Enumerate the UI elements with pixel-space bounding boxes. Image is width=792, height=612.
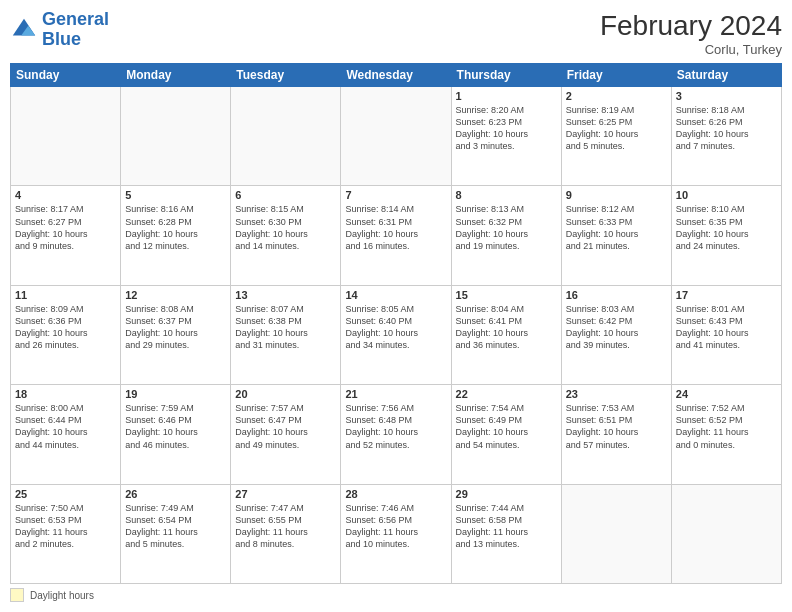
day-number: 28 — [345, 488, 446, 500]
day-info: Sunrise: 8:20 AM Sunset: 6:23 PM Dayligh… — [456, 104, 557, 153]
day-number: 20 — [235, 388, 336, 400]
calendar-body: 1Sunrise: 8:20 AM Sunset: 6:23 PM Daylig… — [11, 87, 782, 584]
day-info: Sunrise: 8:14 AM Sunset: 6:31 PM Dayligh… — [345, 203, 446, 252]
calendar-day-header: Sunday — [11, 64, 121, 87]
calendar-day-header: Tuesday — [231, 64, 341, 87]
logo-text: General Blue — [42, 10, 109, 50]
day-info: Sunrise: 7:50 AM Sunset: 6:53 PM Dayligh… — [15, 502, 116, 551]
day-info: Sunrise: 8:05 AM Sunset: 6:40 PM Dayligh… — [345, 303, 446, 352]
day-number: 22 — [456, 388, 557, 400]
day-number: 25 — [15, 488, 116, 500]
day-number: 27 — [235, 488, 336, 500]
calendar-cell: 6Sunrise: 8:15 AM Sunset: 6:30 PM Daylig… — [231, 186, 341, 285]
calendar-cell — [231, 87, 341, 186]
calendar-cell: 12Sunrise: 8:08 AM Sunset: 6:37 PM Dayli… — [121, 285, 231, 384]
calendar-cell — [121, 87, 231, 186]
legend-label: Daylight hours — [30, 590, 94, 601]
day-info: Sunrise: 7:59 AM Sunset: 6:46 PM Dayligh… — [125, 402, 226, 451]
calendar-cell — [341, 87, 451, 186]
day-info: Sunrise: 8:17 AM Sunset: 6:27 PM Dayligh… — [15, 203, 116, 252]
calendar-cell: 22Sunrise: 7:54 AM Sunset: 6:49 PM Dayli… — [451, 385, 561, 484]
calendar-cell: 27Sunrise: 7:47 AM Sunset: 6:55 PM Dayli… — [231, 484, 341, 583]
day-number: 23 — [566, 388, 667, 400]
day-info: Sunrise: 7:54 AM Sunset: 6:49 PM Dayligh… — [456, 402, 557, 451]
calendar-day-header: Monday — [121, 64, 231, 87]
day-info: Sunrise: 8:15 AM Sunset: 6:30 PM Dayligh… — [235, 203, 336, 252]
day-info: Sunrise: 7:56 AM Sunset: 6:48 PM Dayligh… — [345, 402, 446, 451]
calendar-week-row: 11Sunrise: 8:09 AM Sunset: 6:36 PM Dayli… — [11, 285, 782, 384]
day-info: Sunrise: 8:09 AM Sunset: 6:36 PM Dayligh… — [15, 303, 116, 352]
day-info: Sunrise: 7:53 AM Sunset: 6:51 PM Dayligh… — [566, 402, 667, 451]
day-number: 1 — [456, 90, 557, 102]
day-info: Sunrise: 8:18 AM Sunset: 6:26 PM Dayligh… — [676, 104, 777, 153]
logo-line2: Blue — [42, 29, 81, 49]
calendar-cell: 7Sunrise: 8:14 AM Sunset: 6:31 PM Daylig… — [341, 186, 451, 285]
logo: General Blue — [10, 10, 109, 50]
day-info: Sunrise: 8:03 AM Sunset: 6:42 PM Dayligh… — [566, 303, 667, 352]
calendar-cell — [11, 87, 121, 186]
day-number: 6 — [235, 189, 336, 201]
calendar-cell: 16Sunrise: 8:03 AM Sunset: 6:42 PM Dayli… — [561, 285, 671, 384]
day-info: Sunrise: 8:00 AM Sunset: 6:44 PM Dayligh… — [15, 402, 116, 451]
calendar-cell: 13Sunrise: 8:07 AM Sunset: 6:38 PM Dayli… — [231, 285, 341, 384]
calendar-week-row: 4Sunrise: 8:17 AM Sunset: 6:27 PM Daylig… — [11, 186, 782, 285]
day-info: Sunrise: 8:12 AM Sunset: 6:33 PM Dayligh… — [566, 203, 667, 252]
calendar-cell: 28Sunrise: 7:46 AM Sunset: 6:56 PM Dayli… — [341, 484, 451, 583]
day-number: 21 — [345, 388, 446, 400]
calendar-cell: 5Sunrise: 8:16 AM Sunset: 6:28 PM Daylig… — [121, 186, 231, 285]
day-info: Sunrise: 7:47 AM Sunset: 6:55 PM Dayligh… — [235, 502, 336, 551]
day-info: Sunrise: 7:46 AM Sunset: 6:56 PM Dayligh… — [345, 502, 446, 551]
logo-line1: General — [42, 9, 109, 29]
footer: Daylight hours — [10, 588, 782, 602]
calendar-cell: 10Sunrise: 8:10 AM Sunset: 6:35 PM Dayli… — [671, 186, 781, 285]
calendar-cell: 8Sunrise: 8:13 AM Sunset: 6:32 PM Daylig… — [451, 186, 561, 285]
calendar-cell: 26Sunrise: 7:49 AM Sunset: 6:54 PM Dayli… — [121, 484, 231, 583]
calendar-cell: 1Sunrise: 8:20 AM Sunset: 6:23 PM Daylig… — [451, 87, 561, 186]
calendar-day-header: Wednesday — [341, 64, 451, 87]
calendar-cell: 23Sunrise: 7:53 AM Sunset: 6:51 PM Dayli… — [561, 385, 671, 484]
calendar-day-header: Thursday — [451, 64, 561, 87]
logo-icon — [10, 16, 38, 44]
calendar-cell: 3Sunrise: 8:18 AM Sunset: 6:26 PM Daylig… — [671, 87, 781, 186]
day-info: Sunrise: 7:57 AM Sunset: 6:47 PM Dayligh… — [235, 402, 336, 451]
day-number: 14 — [345, 289, 446, 301]
day-number: 19 — [125, 388, 226, 400]
day-number: 29 — [456, 488, 557, 500]
page: General Blue February 2024 Corlu, Turkey… — [0, 0, 792, 612]
day-number: 11 — [15, 289, 116, 301]
day-number: 17 — [676, 289, 777, 301]
day-info: Sunrise: 8:13 AM Sunset: 6:32 PM Dayligh… — [456, 203, 557, 252]
calendar-week-row: 1Sunrise: 8:20 AM Sunset: 6:23 PM Daylig… — [11, 87, 782, 186]
day-info: Sunrise: 7:49 AM Sunset: 6:54 PM Dayligh… — [125, 502, 226, 551]
calendar-cell: 19Sunrise: 7:59 AM Sunset: 6:46 PM Dayli… — [121, 385, 231, 484]
calendar-cell: 18Sunrise: 8:00 AM Sunset: 6:44 PM Dayli… — [11, 385, 121, 484]
title-block: February 2024 Corlu, Turkey — [600, 10, 782, 57]
day-number: 15 — [456, 289, 557, 301]
day-number: 18 — [15, 388, 116, 400]
header: General Blue February 2024 Corlu, Turkey — [10, 10, 782, 57]
calendar-cell — [671, 484, 781, 583]
day-number: 7 — [345, 189, 446, 201]
location: Corlu, Turkey — [600, 42, 782, 57]
calendar-cell: 9Sunrise: 8:12 AM Sunset: 6:33 PM Daylig… — [561, 186, 671, 285]
day-number: 10 — [676, 189, 777, 201]
legend-box — [10, 588, 24, 602]
day-info: Sunrise: 8:10 AM Sunset: 6:35 PM Dayligh… — [676, 203, 777, 252]
day-info: Sunrise: 8:16 AM Sunset: 6:28 PM Dayligh… — [125, 203, 226, 252]
calendar-cell: 15Sunrise: 8:04 AM Sunset: 6:41 PM Dayli… — [451, 285, 561, 384]
calendar-week-row: 25Sunrise: 7:50 AM Sunset: 6:53 PM Dayli… — [11, 484, 782, 583]
day-info: Sunrise: 7:52 AM Sunset: 6:52 PM Dayligh… — [676, 402, 777, 451]
calendar-table: SundayMondayTuesdayWednesdayThursdayFrid… — [10, 63, 782, 584]
calendar-cell: 20Sunrise: 7:57 AM Sunset: 6:47 PM Dayli… — [231, 385, 341, 484]
day-info: Sunrise: 8:04 AM Sunset: 6:41 PM Dayligh… — [456, 303, 557, 352]
day-number: 9 — [566, 189, 667, 201]
calendar-cell: 2Sunrise: 8:19 AM Sunset: 6:25 PM Daylig… — [561, 87, 671, 186]
calendar-cell: 14Sunrise: 8:05 AM Sunset: 6:40 PM Dayli… — [341, 285, 451, 384]
calendar-cell — [561, 484, 671, 583]
day-info: Sunrise: 7:44 AM Sunset: 6:58 PM Dayligh… — [456, 502, 557, 551]
day-number: 16 — [566, 289, 667, 301]
day-info: Sunrise: 8:07 AM Sunset: 6:38 PM Dayligh… — [235, 303, 336, 352]
month-year: February 2024 — [600, 10, 782, 42]
calendar-day-header: Saturday — [671, 64, 781, 87]
calendar-cell: 4Sunrise: 8:17 AM Sunset: 6:27 PM Daylig… — [11, 186, 121, 285]
